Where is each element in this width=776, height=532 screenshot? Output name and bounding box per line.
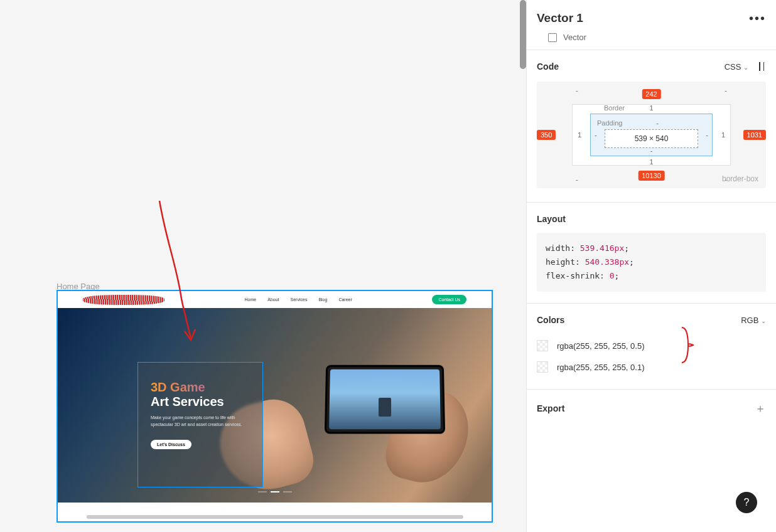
hero-body: Make your game concepts come to life wit… <box>151 415 245 428</box>
color-mode-dropdown[interactable]: RGB ⌄ <box>741 316 766 325</box>
nav-item: Career <box>338 297 352 302</box>
add-export-icon[interactable]: ＋ <box>755 401 766 416</box>
color-swatch <box>537 361 548 373</box>
hero-phone-screen <box>329 370 441 430</box>
padding-label: Padding <box>597 119 622 127</box>
color-value: rgba(255, 255, 255, 0.1) <box>557 363 645 372</box>
box-sizing-label: border-box <box>722 174 758 183</box>
hero-title-gradient: 3D Game <box>151 380 250 395</box>
vector-icon <box>548 33 557 42</box>
margin-left-badge: 350 <box>537 130 556 140</box>
frame-home-page[interactable]: Home About Services Blog Career Contact … <box>57 290 493 523</box>
code-settings-icon[interactable] <box>757 62 766 71</box>
mock-navbar: Home About Services Blog Career Contact … <box>58 291 492 308</box>
colors-section: Colors RGB ⌄ rgba(255, 255, 255, 0.5) rg… <box>527 303 776 389</box>
color-item[interactable]: rgba(255, 255, 255, 0.5) <box>537 335 766 356</box>
layer-type-row[interactable]: Vector <box>527 30 776 50</box>
chevron-down-icon: ⌄ <box>743 64 748 71</box>
layout-code-block[interactable]: width: 539.416px; height: 540.338px; fle… <box>537 233 766 292</box>
chevron-down-icon: ⌄ <box>761 317 766 324</box>
layout-section: Layout width: 539.416px; height: 540.338… <box>527 202 776 303</box>
inspector-panel: Vector 1 ••• Vector Code CSS ⌄ 242 350 1… <box>526 0 776 532</box>
selected-vector-overlay[interactable]: 3D Game Art Services Make your game conc… <box>137 362 263 487</box>
export-section-label: Export <box>537 403 564 413</box>
box-model-diagram[interactable]: 242 350 1031 10130 - - Border 1 1 1 1 Pa… <box>537 82 766 188</box>
nav-item: Home <box>245 297 257 302</box>
carousel-dots <box>258 491 292 492</box>
margin-bottom-badge: 10130 <box>638 171 665 181</box>
nav-item: About <box>267 297 279 302</box>
code-section: Code CSS ⌄ 242 350 1031 10130 - - Border… <box>527 50 776 202</box>
layer-type-label: Vector <box>563 33 586 42</box>
color-swatch <box>537 340 548 351</box>
mock-contact-button: Contact Us <box>432 295 466 304</box>
help-button[interactable]: ? <box>736 492 757 513</box>
nav-item: Blog <box>318 297 327 302</box>
nav-item: Services <box>291 297 308 302</box>
export-section: Export ＋ <box>527 389 776 427</box>
colors-section-label: Colors <box>537 315 564 325</box>
code-lang-dropdown[interactable]: CSS ⌄ <box>725 62 748 72</box>
hero-phone <box>325 365 445 434</box>
mock-logo-scribble <box>83 295 164 305</box>
design-canvas[interactable]: Home Page Home About Services Blog Caree… <box>0 0 526 532</box>
hero-section: 3D Game Art Services Make your game conc… <box>58 308 492 503</box>
color-value: rgba(255, 255, 255, 0.5) <box>557 341 645 351</box>
margin-right-badge: 1031 <box>743 130 766 140</box>
hero-title: Art Services <box>151 395 250 408</box>
hero-discuss-button: Let's Discuss <box>151 440 191 449</box>
code-section-label: Code <box>537 61 559 72</box>
layer-name-title: Vector 1 <box>537 11 583 25</box>
canvas-scrollbar[interactable] <box>520 0 526 69</box>
mock-horizontal-scrollbar <box>58 503 492 521</box>
layout-section-label: Layout <box>537 214 766 224</box>
more-options-icon[interactable]: ••• <box>749 15 766 21</box>
border-label: Border <box>604 104 625 112</box>
content-size: 539 × 540 <box>605 129 698 148</box>
color-item[interactable]: rgba(255, 255, 255, 0.1) <box>537 356 766 378</box>
